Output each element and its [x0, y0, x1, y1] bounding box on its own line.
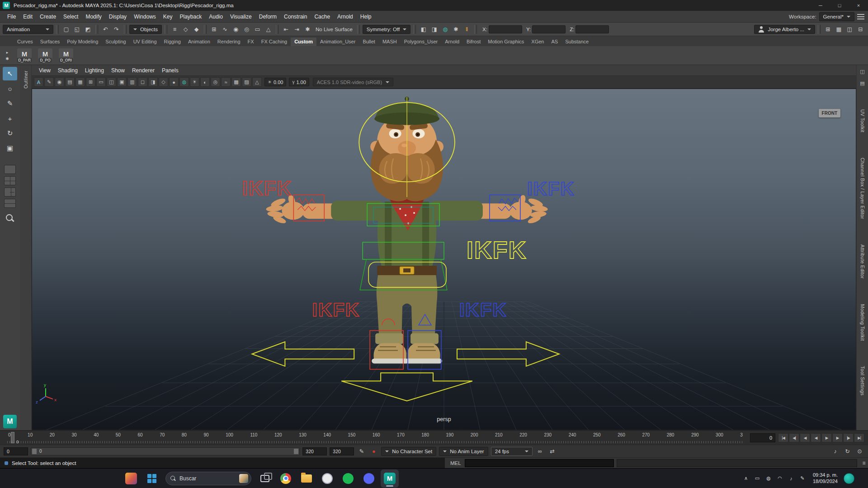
animation-end-field[interactable]: 320 [330, 447, 354, 455]
circle-app-button[interactable] [318, 469, 336, 488]
right-side-tab[interactable]: Tool Settings [860, 363, 865, 398]
step-forward-key-button[interactable]: |▶ [843, 433, 854, 442]
menu-item[interactable]: Display [105, 12, 130, 22]
shelf-tab[interactable]: Poly Modeling [63, 38, 102, 46]
undo-icon[interactable]: ↶ [101, 24, 110, 34]
discord-button[interactable] [360, 469, 378, 488]
volume-icon[interactable]: ♪ [788, 476, 795, 481]
file-explorer-button[interactable] [297, 469, 316, 488]
maya-taskbar-button[interactable]: M [381, 469, 399, 488]
script-editor-icon[interactable]: ≡ [860, 460, 868, 466]
field-chart-icon[interactable]: ▥ [127, 77, 137, 87]
shelf-tab[interactable]: Polygons_User [401, 38, 442, 46]
step-back-frame-button[interactable]: ◀ [800, 433, 810, 442]
attribute-editor-toggle-icon[interactable]: ◫ [845, 24, 854, 34]
menu-item[interactable]: Key [160, 12, 176, 22]
pause-icon[interactable]: ‖ [462, 24, 472, 34]
redo-icon[interactable]: ↷ [112, 24, 121, 34]
input-connections-icon[interactable]: ⇤ [281, 24, 291, 34]
menu-item[interactable]: Playback [176, 12, 206, 22]
menu-set-dropdown[interactable]: Animation [3, 25, 53, 34]
output-connections-icon[interactable]: ⇥ [292, 24, 302, 34]
current-frame-field[interactable]: 0 [750, 433, 775, 442]
playback-clamp-icon[interactable]: ⇄ [547, 446, 557, 456]
lasso-tool[interactable]: ○ [3, 82, 17, 95]
range-end-handle[interactable] [294, 449, 298, 454]
layout-single-pane-button[interactable] [4, 165, 16, 174]
widgets-button[interactable] [122, 469, 140, 488]
statusline-divider[interactable] [276, 25, 278, 34]
menu-item[interactable]: File [4, 12, 19, 22]
hypershade-icon[interactable]: ◍ [440, 24, 450, 34]
panel-menu-item[interactable]: Lighting [81, 66, 108, 75]
audio-icon[interactable]: ♪ [830, 446, 840, 456]
shelf-tab[interactable]: Animation [184, 38, 214, 46]
panel-menu-item[interactable]: Shading [54, 66, 81, 75]
outliner-tab[interactable]: Outliner [23, 68, 28, 91]
viewport-canvas[interactable]: IKFK IKFK IKFK IKFK IKFK y x z [32, 89, 856, 430]
shelf-tab[interactable]: UV Editing [130, 38, 160, 46]
shelf-tab[interactable]: XGen [528, 38, 547, 46]
shelf-tab[interactable]: Rendering [214, 38, 244, 46]
play-forwards-button[interactable]: ▶ [821, 433, 832, 442]
viewport-3d-scene[interactable]: IKFK IKFK IKFK IKFK IKFK y x z [32, 89, 856, 430]
account-dropdown[interactable]: Jorge Alberto ... [754, 25, 815, 34]
wireframe-icon[interactable]: ◇ [159, 77, 168, 87]
motion-blur-icon[interactable]: ≈ [221, 77, 231, 87]
statusline-divider[interactable] [474, 25, 477, 34]
menu-item[interactable]: Cache [311, 12, 334, 22]
view-cube[interactable]: FRONT [819, 109, 840, 117]
snap-view-icon[interactable]: ◎ [242, 24, 251, 34]
make-live-icon[interactable]: △ [264, 24, 273, 34]
new-scene-icon[interactable]: ▢ [61, 24, 71, 34]
paint-selection-tool[interactable]: ✎ [3, 97, 17, 110]
playback-loop-icon[interactable]: ∞ [535, 446, 545, 456]
play-backwards-button[interactable]: ◀ [811, 433, 821, 442]
panel-menu-item[interactable]: Show [108, 66, 128, 75]
wifi-icon[interactable]: ◠ [776, 475, 783, 481]
start-button[interactable] [143, 469, 161, 488]
statusline-divider[interactable] [204, 25, 207, 34]
microphone-icon[interactable]: ◍ [765, 475, 772, 481]
snap-grid-icon[interactable]: ⊞ [209, 24, 219, 34]
shelf-tab[interactable]: Curves [14, 38, 37, 46]
render-settings-icon[interactable]: ✱ [451, 24, 461, 34]
step-back-key-button[interactable]: ◀| [789, 433, 799, 442]
right-side-tab[interactable]: Attribute Editor [860, 242, 865, 282]
pants[interactable] [377, 268, 438, 343]
shelf-item-d-par[interactable]: M D_PAR [15, 48, 33, 62]
timeline-playhead[interactable] [11, 432, 14, 443]
shelf-tab[interactable]: AS [548, 38, 562, 46]
construction-history-icon[interactable]: ✱ [303, 24, 312, 34]
menu-item[interactable]: Modify [82, 12, 105, 22]
save-scene-icon[interactable]: ◩ [83, 24, 93, 34]
shelf-tab[interactable]: MASH [379, 38, 401, 46]
select-tool[interactable]: ↖ [3, 67, 17, 80]
pen-icon[interactable]: ✎ [799, 475, 806, 481]
shelf-tab[interactable]: Sculpting [102, 38, 129, 46]
titlebar[interactable]: M Pescador_rigg.ma* - Autodesk MAYA 2025… [0, 0, 868, 11]
symmetry-dropdown[interactable]: Symmetry: Off [363, 25, 410, 34]
cache-icon[interactable]: ↻ [843, 446, 852, 456]
timeline-ticks[interactable]: 0 01020304050607080901001101201301401501… [4, 431, 747, 445]
shelf-tab[interactable]: Arnold [441, 38, 463, 46]
workspace-dropdown[interactable]: General* [819, 12, 854, 21]
anim-layer-dropdown[interactable]: No Anim Layer [439, 447, 488, 456]
range-start-handle[interactable] [32, 449, 37, 454]
cast-icon[interactable]: ▭ [754, 475, 761, 481]
select-object-icon[interactable]: ◇ [181, 24, 190, 34]
snap-curve-icon[interactable]: ∿ [220, 24, 230, 34]
shelf-gear-icon[interactable]: ✱ [4, 56, 11, 62]
zoom-tool-icon[interactable] [5, 213, 15, 224]
grease-pencil-icon[interactable]: ✎ [44, 77, 54, 87]
move-tool[interactable]: + [3, 112, 17, 125]
select-camera-icon[interactable]: A [34, 77, 43, 87]
playback-end-field[interactable]: 320 [302, 447, 327, 455]
safe-action-icon[interactable]: ◻ [138, 77, 147, 87]
scale-tool[interactable]: ▣ [3, 141, 17, 155]
z-coordinate-field[interactable] [576, 25, 609, 33]
taskbar-search-box[interactable]: Buscar [165, 472, 251, 485]
shelf-tab[interactable]: Bifrost [463, 38, 484, 46]
menu-item[interactable]: Edit [19, 12, 36, 22]
shelf-tab[interactable]: Rigging [160, 38, 184, 46]
